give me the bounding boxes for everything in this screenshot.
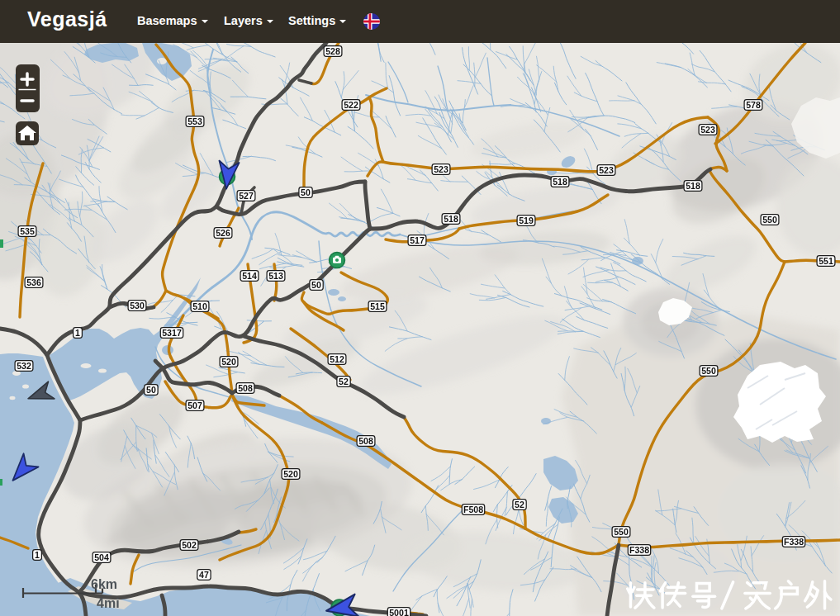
svg-text:518: 518 [686,181,700,191]
svg-text:513: 513 [268,271,283,281]
svg-text:6km: 6km [91,577,117,591]
svg-text:527: 527 [239,191,254,201]
svg-text:4mi: 4mi [97,596,120,610]
svg-text:553: 553 [187,116,202,126]
svg-text:530: 530 [130,301,145,310]
svg-text:528: 528 [325,46,340,56]
svg-text:520: 520 [283,469,298,479]
svg-text:518: 518 [553,177,567,187]
svg-text:52: 52 [339,377,349,386]
svg-text:507: 507 [187,400,202,410]
svg-text:1: 1 [35,550,40,560]
svg-text:F338: F338 [784,537,804,547]
svg-text:578: 578 [746,100,761,110]
svg-text:50: 50 [311,280,321,290]
svg-text:532: 532 [17,361,31,371]
svg-text:550: 550 [701,366,716,376]
svg-text:514: 514 [242,271,257,281]
svg-text:550: 550 [762,215,777,225]
svg-text:F338: F338 [629,545,649,555]
svg-text:517: 517 [410,235,425,245]
svg-text:508: 508 [238,383,253,393]
svg-text:523: 523 [434,164,448,174]
svg-text:52: 52 [515,500,524,509]
svg-text:1: 1 [75,328,80,338]
svg-text:526: 526 [216,228,230,238]
svg-text:551: 551 [819,256,833,266]
svg-text:510: 510 [192,301,207,311]
svg-text:535: 535 [20,226,35,236]
svg-text:47: 47 [199,570,209,580]
svg-text:508: 508 [358,436,373,446]
svg-text:518: 518 [444,214,458,224]
svg-text:5317: 5317 [162,328,182,338]
svg-text:519: 519 [519,216,534,225]
svg-text:5001: 5001 [389,608,409,616]
svg-text:550: 550 [614,527,629,537]
svg-text:523: 523 [700,125,715,135]
svg-text:515: 515 [370,301,385,311]
svg-text:502: 502 [182,540,197,550]
svg-text:F508: F508 [463,505,483,514]
svg-text:50: 50 [301,187,311,197]
svg-text:523: 523 [599,165,614,175]
svg-text:520: 520 [221,357,236,367]
svg-text:50: 50 [146,385,156,395]
svg-text:536: 536 [26,277,41,287]
svg-text:504: 504 [94,552,109,562]
svg-text:512: 512 [330,354,344,364]
svg-text:522: 522 [344,100,358,110]
